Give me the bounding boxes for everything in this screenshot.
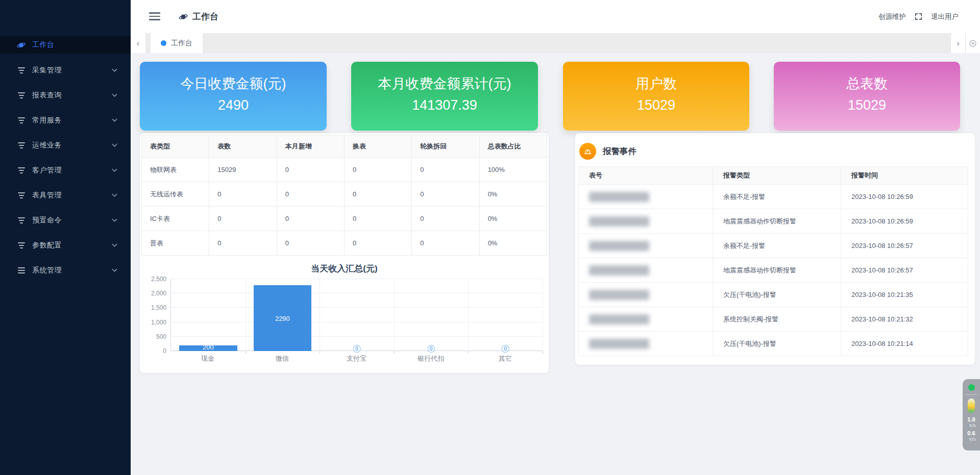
- alarm-time: 2023-10-08 10:21:32: [841, 307, 968, 332]
- stat-card-value: 2490: [140, 94, 327, 116]
- blurred-meter-number: [589, 290, 649, 300]
- status-dot-icon: [968, 384, 975, 391]
- tabs-scroll-right-icon[interactable]: ›: [950, 33, 965, 53]
- sidebar-item-parameter-config[interactable]: 参数配置: [0, 233, 131, 258]
- meter-table-cell: 0: [344, 182, 411, 207]
- sidebar-item-label: 预置命令: [32, 216, 112, 225]
- sidebar-item-label: 报表查询: [32, 91, 112, 100]
- alarm-panel-title: 报警事件: [603, 146, 636, 157]
- stat-card-title: 总表数: [774, 73, 960, 94]
- gauge-pill-icon: [968, 398, 975, 413]
- tabs-strip: 工作台: [145, 33, 950, 53]
- meter-table-cell: 0: [412, 158, 479, 182]
- meter-table-cell: 0: [344, 207, 411, 231]
- alarm-table-header: 报警时间: [841, 167, 968, 185]
- chart-bar-value-label: 200: [179, 343, 237, 351]
- sidebar-item-report-query[interactable]: 报表查询: [0, 83, 131, 108]
- meter-table-cell: 0: [344, 231, 411, 256]
- chart-x-tick-label: 微信: [245, 354, 320, 363]
- chevron-down-icon: [112, 93, 117, 97]
- tenant-name[interactable]: 创源维护: [878, 12, 906, 21]
- planet-icon: [17, 41, 26, 49]
- sidebar-item-ops-business[interactable]: 运维业务: [0, 133, 131, 158]
- meter-table-cell: 0: [209, 231, 277, 256]
- close-all-tabs-icon[interactable]: [965, 33, 980, 53]
- app-root: 工作台采集管理报表查询常用服务运维业务客户管理表具管理预置命令参数配置系统管理 …: [0, 0, 980, 475]
- alarm-table-row: 欠压(干电池)-报警2023-10-08 10:21:35: [579, 283, 968, 307]
- meter-table-cell: 0: [277, 231, 344, 256]
- menu-toggle-icon[interactable]: [149, 11, 160, 21]
- meter-table-cell: 普表: [142, 231, 209, 256]
- tabs-scroll-left-icon[interactable]: ‹: [131, 33, 145, 53]
- meter-table-cell: 0%: [479, 231, 547, 256]
- menu-icon: [17, 266, 26, 274]
- meter-summary-panel: 表类型表数本月新增换表轮换拆回总表数占比物联网表15029000100%无线远传…: [140, 133, 549, 373]
- alarm-table-row: 地震震感器动作切断报警2023-10-08 10:26:59: [579, 209, 968, 234]
- logout-button[interactable]: 退出用户: [931, 12, 959, 21]
- meter-table-cell: 0: [277, 182, 344, 207]
- chart-bar-slot: 200: [171, 279, 246, 351]
- filter-icon: [17, 166, 26, 174]
- chart-bar: 200: [179, 345, 237, 351]
- sidebar-item-meter-management[interactable]: 表具管理: [0, 183, 131, 208]
- alarm-table-row: 余额不足-报警2023-10-08 10:26:59: [579, 185, 968, 209]
- meter-table-cell: 15029: [209, 158, 277, 182]
- blurred-meter-number: [589, 314, 649, 324]
- chart-y-tick-label: 2,500: [140, 276, 166, 283]
- blurred-meter-number: [589, 192, 649, 202]
- alarm-type: 余额不足-报警: [713, 185, 841, 209]
- meter-table-header: 表数: [209, 135, 277, 158]
- active-tab-dot-icon: [161, 40, 166, 46]
- header-title-group: 工作台: [179, 0, 218, 33]
- network-speed-widget[interactable]: 1.8 ↑K/s 0.6 ↓K/s: [963, 379, 980, 451]
- meter-table-cell: 无线远传表: [142, 182, 209, 207]
- alarm-meter-no-masked: [579, 258, 713, 283]
- chart-tick: [468, 351, 469, 354]
- alarm-time: 2023-10-08 10:26:57: [841, 234, 968, 258]
- alarm-type: 欠压(干电池)-报警: [713, 332, 841, 356]
- meter-table-cell: 0: [277, 158, 344, 182]
- stat-card-month-income: 本月收费金额累计(元) 141307.39: [351, 62, 538, 131]
- fullscreen-icon[interactable]: [914, 12, 923, 21]
- chart-zero-value-label: 0: [502, 345, 509, 353]
- stat-card-user-count: 用户数 15029: [563, 62, 749, 131]
- alarm-time: 2023-10-08 10:26:59: [841, 185, 968, 209]
- sidebar-item-label: 常用服务: [32, 116, 112, 125]
- stat-card-title: 本月收费金额累计(元): [351, 73, 538, 94]
- sidebar-item-workbench[interactable]: 工作台: [0, 36, 131, 54]
- sidebar-item-label: 参数配置: [32, 241, 112, 250]
- chart-tick: [394, 351, 395, 354]
- stat-card-value: 141307.39: [351, 94, 538, 116]
- sidebar-menu: 工作台采集管理报表查询常用服务运维业务客户管理表具管理预置命令参数配置系统管理: [0, 36, 131, 283]
- sidebar-item-customer-management[interactable]: 客户管理: [0, 158, 131, 183]
- alarm-meter-no-masked: [579, 283, 713, 307]
- alarm-type: 地震震感器动作切断报警: [713, 258, 841, 283]
- alarm-table-header: 报警类型: [713, 167, 841, 185]
- filter-icon: [17, 241, 26, 249]
- workbench-icon: [179, 12, 188, 21]
- stat-card-title: 用户数: [563, 73, 749, 94]
- alarm-type: 余额不足-报警: [713, 234, 841, 258]
- tab-workbench[interactable]: 工作台: [151, 33, 203, 53]
- filter-icon: [17, 91, 26, 99]
- chart-bar: 2290: [254, 285, 312, 351]
- download-speed-unit: ↓K/s: [967, 437, 976, 442]
- upload-speed-value: 1.8: [967, 416, 975, 423]
- sidebar-item-common-services[interactable]: 常用服务: [0, 108, 131, 133]
- chevron-down-icon: [112, 118, 117, 122]
- chevron-down-icon: [112, 218, 117, 222]
- stat-card-value: 15029: [563, 94, 749, 116]
- meter-table-cell: 0%: [479, 207, 547, 231]
- chart-y-tick-label: 2,000: [140, 290, 166, 297]
- chart-bar-value-label: 2290: [254, 314, 312, 322]
- chart-bar-slot: 2290: [246, 279, 320, 351]
- sidebar-item-collection-management[interactable]: 采集管理: [0, 58, 131, 83]
- chart-x-axis: 现金微信支付宝银行代扣其它: [170, 354, 543, 363]
- chevron-down-icon: [112, 243, 117, 247]
- sidebar-item-system-management[interactable]: 系统管理: [0, 258, 131, 283]
- chevron-down-icon: [112, 168, 117, 172]
- sidebar-item-preset-command[interactable]: 预置命令: [0, 208, 131, 233]
- alarm-events-panel: 报警事件 表号报警类型报警时间余额不足-报警2023-10-08 10:26:5…: [575, 133, 975, 365]
- chevron-down-icon: [112, 268, 117, 272]
- income-bar-chart: 2002290000: [170, 279, 543, 351]
